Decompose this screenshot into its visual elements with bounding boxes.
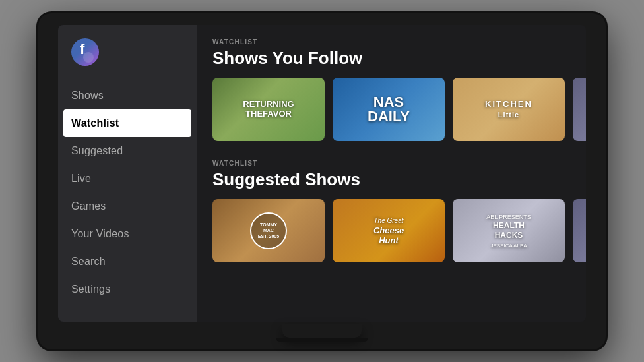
tv-frame: Shows Watchlist Suggested Live Games You… [38,13,606,349]
card-kitchen-overlay: KITCHENLittle [453,78,565,141]
tv-screen: Shows Watchlist Suggested Live Games You… [58,25,586,322]
sidebar-nav: Shows Watchlist Suggested Live Games You… [58,82,197,322]
sidebar-item-your-videos[interactable]: Your Videos [58,220,197,248]
section-suggested-shows: WATCHLIST Suggested Shows TOMMYMACEST. 2… [212,160,570,262]
sidebar-item-search[interactable]: Search [58,248,197,276]
sidebar-item-watchlist[interactable]: Watchlist [63,109,191,137]
card-tommy-badge: TOMMYMACEST. 2005 [250,212,287,249]
card-health-title: ABL PRESENTSHEALTHHACKSJESSICA ALBA [482,208,535,254]
card-nas[interactable]: NASDAILY [333,78,445,141]
card-nas-title: NASDAILY [364,91,414,128]
card-tommy-overlay: TOMMYMACEST. 2005 [212,199,325,262]
card-overflow-1 [573,78,586,141]
card-tommy-title: TOMMYMACEST. 2005 [258,222,279,239]
card-cheese[interactable]: The GreatCheeseHunt [333,199,445,262]
card-tommy[interactable]: TOMMYMACEST. 2005 [212,199,325,262]
card-health-overlay: ABL PRESENTSHEALTHHACKSJESSICA ALBA [453,199,565,262]
card-returning-title: RETURNINGTHEFAVOR [239,96,298,123]
sidebar-item-settings[interactable]: Settings [58,276,197,303]
card-returning-overlay: RETURNINGTHEFAVOR [212,78,325,141]
card-kitchen-title: KITCHENLittle [481,95,536,123]
section-shows-you-follow: WATCHLIST Shows You Follow RETURNINGTHEF… [212,38,570,141]
sidebar: Shows Watchlist Suggested Live Games You… [58,25,197,322]
section-title-2: Suggested Shows [212,169,570,190]
card-nas-overlay: NASDAILY [333,78,445,141]
section-title-1: Shows You Follow [212,48,570,69]
sidebar-item-shows[interactable]: Shows [58,82,197,109]
card-returning[interactable]: RETURNINGTHEFAVOR [212,78,325,141]
card-cheese-overlay: The GreatCheeseHunt [333,199,445,262]
card-cheese-title: The GreatCheeseHunt [370,211,408,250]
main-content: WATCHLIST Shows You Follow RETURNINGTHEF… [197,25,586,322]
card-kitchen[interactable]: KITCHENLittle [453,78,565,141]
sidebar-item-games[interactable]: Games [58,193,197,220]
cards-row-2: TOMMYMACEST. 2005 The GreatCheeseHunt AB… [212,199,570,262]
sidebar-item-suggested[interactable]: Suggested [58,137,197,165]
sidebar-item-live[interactable]: Live [58,165,197,193]
tv-stand [282,324,362,338]
app-logo [58,38,197,82]
section-tag-2: WATCHLIST [212,160,570,167]
cards-row-1: RETURNINGTHEFAVOR NASDAILY KITCHENLittle [212,78,570,141]
card-health[interactable]: ABL PRESENTSHEALTHHACKSJESSICA ALBA [453,199,565,262]
facebook-logo-icon [71,38,99,66]
card-overflow-2 [573,199,586,262]
section-tag-1: WATCHLIST [212,38,570,45]
